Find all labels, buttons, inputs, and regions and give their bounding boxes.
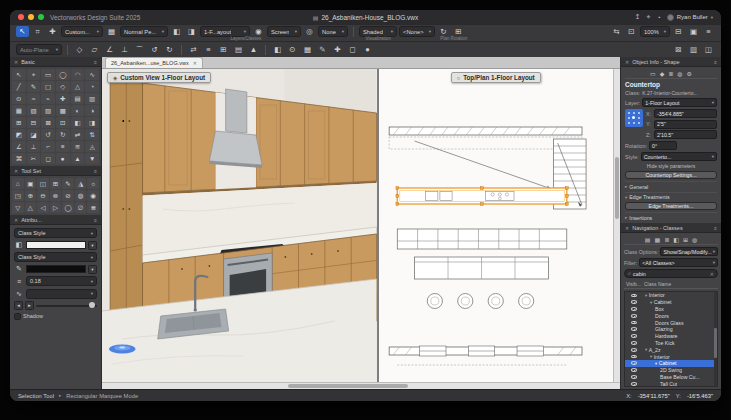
basic-tool-icon[interactable]: ⊟ [27,117,41,128]
navigation-tab-icon[interactable]: ◧ [673,236,679,243]
visibility-eye-icon[interactable] [631,314,637,318]
toolset-icon[interactable]: ◁ [37,202,49,213]
basic-tool-icon[interactable]: ⌁ [41,93,55,104]
navigation-tab-icon[interactable]: ▦ [655,236,661,243]
toolset-icon[interactable]: ⊞ [50,178,62,189]
toolbar-dropdown[interactable]: <None>▾ [399,26,435,37]
panel-toggle-icon[interactable]: ◫ [702,44,715,55]
tool-icon[interactable]: ▤ [232,44,245,55]
edge-treatments-button[interactable]: Edge Treatments... [625,202,717,210]
tool-icon[interactable]: ◧ [271,44,284,55]
basic-tool-icon[interactable]: ✂ [27,153,41,164]
hide-style-parameters-link[interactable]: Hide style parameters [625,163,717,169]
class-row[interactable]: ▾Cabinet [625,299,717,306]
z-coordinate-field[interactable]: 2'10.5" [654,130,717,139]
visibility-eye-icon[interactable] [631,294,637,298]
basic-tool-icon[interactable]: ◬ [85,141,99,152]
close-icon[interactable]: ✕ [14,217,18,223]
tool-icon[interactable]: ✎ [316,44,329,55]
toolset-icon[interactable]: ▽ [12,202,24,213]
disclosure-triangle-icon[interactable]: ▾ [650,300,652,305]
basic-tool-icon[interactable]: ◩ [12,129,26,140]
toolbar-dropdown[interactable]: 100%▾ [640,26,670,37]
basic-tool-icon[interactable]: ∿ [85,69,99,80]
disclosure-triangle-icon[interactable]: ▾ [645,293,647,298]
basic-tool-icon[interactable]: ◔ [85,81,99,92]
palette-menu-icon[interactable]: ≡ [94,217,97,223]
marker-end-button[interactable]: ► [25,301,34,310]
panel-toggle-icon[interactable]: ⊠ [672,44,685,55]
basic-tool-icon[interactable]: ▦ [12,105,26,116]
basic-tool-icon[interactable]: ⊠ [41,117,55,128]
scrollbar-thumb[interactable] [288,384,408,388]
tool-icon[interactable]: ◇ [73,44,86,55]
basic-tool-icon[interactable]: ⌘ [12,153,26,164]
basic-tool-icon[interactable]: ⇄ [71,129,85,140]
filter-dropdown[interactable]: <All Classes>▾ [639,258,718,267]
opacity-slider[interactable] [36,305,97,307]
line-weight-dropdown[interactable]: 0.18▾ [26,276,97,286]
share-icon[interactable]: ↥ [635,13,641,21]
visibility-eye-icon[interactable] [631,382,637,386]
section-general[interactable]: ▸General [625,181,717,190]
x-coordinate-field[interactable]: -354'4.885" [654,109,717,118]
class-row[interactable]: Hardware [625,333,717,340]
toolbar-icon[interactable]: ≡ [702,26,715,37]
panel-toggle-icon[interactable]: ▥ [687,44,700,55]
class-row[interactable]: Doors [625,312,717,319]
disclosure-triangle-icon[interactable]: ▾ [650,354,652,359]
basic-tool-icon[interactable]: ⌖ [27,69,41,80]
tool-icon[interactable]: ↺ [148,44,161,55]
disclosure-triangle-icon[interactable]: ▾ [645,347,647,352]
navigation-tab-icon[interactable]: ⊞ [683,236,688,243]
navigation-tab-icon[interactable]: ≣ [664,236,669,243]
toolset-icon[interactable]: ⊘ [62,190,74,201]
navigation-tab-icon[interactable]: ▤ [645,236,651,243]
class-row[interactable]: Doors Glass [625,319,717,326]
palette-menu-icon[interactable]: ≡ [94,59,97,65]
pen-style-dropdown[interactable]: Class Style▾ [14,252,97,262]
toolset-icon[interactable]: ◳ [12,190,24,201]
basic-tool-icon[interactable]: ↖ [12,69,26,80]
toolset-icon[interactable]: ▷ [50,202,62,213]
pen-options-button[interactable]: ▾ [88,265,97,274]
tool-icon[interactable]: ◻ [346,44,359,55]
class-row[interactable]: 2D Swing [625,367,717,374]
visibility-eye-icon[interactable] [631,307,637,311]
object-info-tab-icon[interactable]: ⚙ [687,70,692,77]
disclosure-triangle-icon[interactable]: ▾ [655,361,657,366]
toolset-icon[interactable]: ⊖ [37,190,49,201]
toolbar-icon[interactable]: ◧ [170,26,183,37]
tool-icon[interactable]: ▱ [88,44,101,55]
basic-tool-icon[interactable]: ≡ [56,141,70,152]
view-pane-plan[interactable]: ○ Top/Plan 1-Floor Layout [379,69,613,382]
close-icon[interactable]: ✕ [625,59,629,65]
toolset-icon[interactable]: ∅ [75,202,87,213]
toolbar-dropdown[interactable]: Custom...▾ [61,26,103,37]
y-coordinate-field[interactable]: 2'5" [654,120,717,129]
class-row[interactable]: Base Below Cu... [625,374,717,381]
toolbar-icon[interactable]: ✚ [46,26,59,37]
basic-tool-icon[interactable]: ▨ [41,105,55,116]
basic-tool-icon[interactable]: ◧ [71,117,85,128]
line-type-dropdown[interactable]: ▾ [26,289,97,299]
toolbar-icon[interactable]: ◨ [185,26,198,37]
class-row[interactable]: ▾Interior [625,292,717,299]
tool-icon[interactable]: ▦ [301,44,314,55]
close-window-button[interactable] [18,14,24,20]
view-pane-3d[interactable]: ◈ Custom View 1-Floor Layout [102,69,377,382]
toolbar-icon[interactable]: ⇆ [610,26,623,37]
style-dropdown[interactable]: Counterto...▾ [641,152,717,161]
toolset-icon[interactable]: ⊕ [25,190,37,201]
tool-icon[interactable]: ▲ [247,44,260,55]
basic-tool-icon[interactable]: ▤ [71,93,85,104]
basic-tool-icon[interactable]: ✎ [27,81,41,92]
toolset-icon[interactable]: ⌂ [12,178,24,189]
basic-tool-icon[interactable]: ▼ [85,153,99,164]
object-info-tab-icon[interactable]: ▭ [650,70,656,77]
basic-tool-icon[interactable]: ≋ [71,141,85,152]
basic-tool-icon[interactable]: ◑ [85,105,99,116]
class-row[interactable]: ▾A_2z [625,346,717,353]
basic-tool-icon[interactable]: ◐ [71,105,85,116]
tool-icon[interactable]: ⊞ [217,44,230,55]
